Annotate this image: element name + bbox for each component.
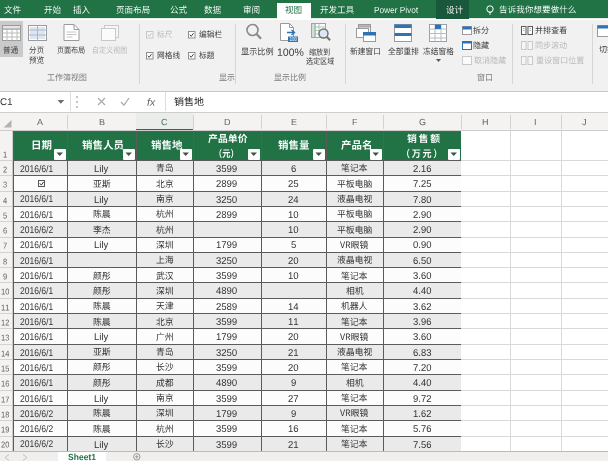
svg-text:100: 100	[289, 37, 297, 42]
